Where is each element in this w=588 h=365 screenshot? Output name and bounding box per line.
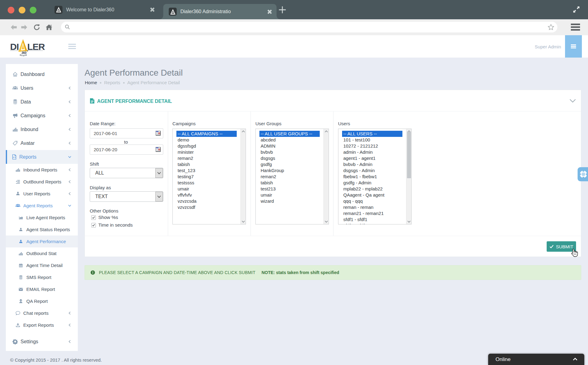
home-button[interactable] bbox=[45, 24, 53, 31]
checkbox-checked[interactable] bbox=[91, 223, 96, 228]
listbox-option[interactable]: dsgsgs bbox=[259, 155, 320, 161]
listbox-scrollbar[interactable] bbox=[406, 129, 411, 224]
sidebar-item-campaigns[interactable]: Campaigns bbox=[6, 109, 78, 122]
listbox-option[interactable]: reman2 bbox=[176, 155, 237, 161]
sidebar-item-dashboard[interactable]: Dashboard bbox=[6, 67, 78, 81]
date-to-input[interactable]: 2017-06-20 bbox=[90, 145, 163, 155]
listbox-option[interactable]: reman21 - reman21 bbox=[342, 210, 402, 216]
dialer360-logo[interactable]: DI LER 360 bbox=[10, 39, 47, 58]
listbox-option[interactable]: tabish bbox=[259, 180, 320, 186]
display-as-select[interactable]: TEXT bbox=[90, 191, 163, 202]
collapse-chevron-icon[interactable] bbox=[569, 99, 576, 103]
traffic-close-button[interactable] bbox=[8, 7, 14, 13]
url-bar[interactable] bbox=[61, 22, 557, 32]
listbox-option[interactable]: bvbvb bbox=[259, 149, 320, 155]
listbox-option[interactable]: demo bbox=[176, 137, 237, 143]
sidebar-item-outbound-stat[interactable]: OutBound Stat bbox=[6, 247, 78, 259]
scrollbar-thumb[interactable] bbox=[407, 131, 411, 178]
sidebar-item-inbound[interactable]: Inbound bbox=[6, 122, 78, 136]
sidebar-item-settings[interactable]: Settings bbox=[6, 335, 78, 348]
listbox-option[interactable]: vzvzcsdf bbox=[176, 204, 237, 210]
listbox-option[interactable]: vffvfvfv bbox=[176, 192, 237, 198]
bookmark-star-icon[interactable] bbox=[547, 24, 555, 31]
listbox-option[interactable]: minister bbox=[176, 149, 237, 155]
listbox-option[interactable]: gsdfg bbox=[259, 161, 320, 167]
listbox-option[interactable]: dsgsgs - Admin bbox=[342, 167, 402, 174]
listbox-option[interactable]: ADMIN bbox=[259, 143, 320, 149]
listbox-scrollbar[interactable] bbox=[323, 129, 329, 224]
user-name[interactable]: Super Admin bbox=[535, 44, 561, 49]
listbox-option[interactable]: umair bbox=[259, 192, 320, 198]
listbox-option[interactable]: testssss bbox=[176, 180, 237, 186]
forward-button[interactable] bbox=[21, 24, 28, 31]
listbox-option[interactable]: abcded bbox=[259, 137, 320, 143]
listbox-option[interactable]: sfdf2 - sfdf2 bbox=[342, 223, 402, 224]
listbox-option[interactable]: -- ALL CAMPAIGNS -- bbox=[176, 131, 237, 137]
listbox-option[interactable]: gsdfg - Admin bbox=[342, 180, 402, 186]
listbox-option[interactable]: tabish bbox=[176, 161, 237, 167]
header-menu-button[interactable] bbox=[565, 35, 582, 58]
breadcrumb-home[interactable]: Home bbox=[85, 80, 97, 85]
sidebar-item-agent-reports[interactable]: Agent Reports bbox=[6, 200, 78, 212]
window-expand-icon[interactable] bbox=[572, 5, 581, 14]
traffic-minimize-button[interactable] bbox=[19, 7, 25, 13]
sidebar-item-inbound-reports[interactable]: Inbound Reports bbox=[6, 164, 78, 176]
listbox-option[interactable]: HankGroup bbox=[259, 167, 320, 174]
listbox-option[interactable]: umair bbox=[176, 186, 237, 192]
back-button[interactable] bbox=[10, 24, 17, 31]
sidebar-item-agent-time-detail[interactable]: Agent Time Detail bbox=[6, 259, 78, 271]
sidebar-item-sms-report[interactable]: SMS Report bbox=[6, 271, 78, 283]
new-tab-button[interactable] bbox=[278, 6, 287, 14]
sidebar-toggle-button[interactable] bbox=[68, 44, 76, 49]
listbox-option[interactable]: wizard bbox=[259, 198, 320, 204]
sidebar-item-live-agent-reports[interactable]: Live Agent Reports bbox=[6, 212, 78, 224]
sidebar-item-email-report[interactable]: EMAIL Report bbox=[6, 283, 78, 295]
sidebar-item-agent-performance[interactable]: Agent Performance bbox=[6, 235, 78, 247]
listbox-option[interactable]: mplab22 - mplab22 bbox=[342, 186, 402, 192]
listbox-option[interactable]: dgssfsgd bbox=[176, 143, 237, 149]
chat-widget[interactable]: Online bbox=[488, 354, 584, 365]
time-in-seconds-checkbox-row[interactable]: Time in seconds bbox=[91, 222, 133, 228]
sidebar-item-chat-reports[interactable]: Chat reports bbox=[6, 307, 78, 319]
listbox-option[interactable]: bvbvb - Admin bbox=[342, 161, 402, 167]
tab-close-icon[interactable] bbox=[150, 7, 155, 12]
listbox-option[interactable]: admin - Admin bbox=[342, 149, 402, 155]
listbox-option[interactable]: vzvzcsda bbox=[176, 198, 237, 204]
listbox-scrollbar[interactable] bbox=[240, 129, 246, 224]
users-listbox[interactable]: -- ALL USERS --101 - test10010272 - 2121… bbox=[338, 129, 412, 224]
traffic-zoom-button[interactable] bbox=[30, 7, 36, 13]
sidebar-item-user-reports[interactable]: User Reports bbox=[6, 188, 78, 200]
sidebar-item-export-reports[interactable]: Export Reports bbox=[6, 319, 78, 331]
listbox-option[interactable]: test_123 bbox=[176, 167, 237, 174]
listbox-option[interactable]: fbebw1 - fbebw1 bbox=[342, 174, 402, 180]
sidebar-item-avatar[interactable]: Avatar bbox=[6, 136, 78, 150]
listbox-option[interactable]: test213 bbox=[259, 186, 320, 192]
tab-close-icon[interactable] bbox=[267, 9, 272, 14]
listbox-option[interactable]: 10272 - 2121212 bbox=[342, 143, 402, 149]
listbox-option[interactable]: sfdf1 - sfdf1 bbox=[342, 216, 402, 223]
listbox-option[interactable]: QAagent - Qa agent bbox=[342, 192, 402, 198]
listbox-option[interactable]: agent1 - agent1 bbox=[342, 155, 402, 161]
sidebar-item-users[interactable]: Users bbox=[6, 81, 78, 95]
listbox-option[interactable]: -- ALL USERS -- bbox=[342, 131, 402, 137]
listbox-option[interactable]: qqq - qqq bbox=[342, 198, 402, 204]
chevron-up-icon[interactable] bbox=[573, 357, 578, 361]
browser-tab-welcome[interactable]: Welcome to Dialer360 bbox=[49, 0, 159, 19]
browser-tab-admin[interactable]: Dialer360 Administratio bbox=[163, 4, 277, 19]
help-tab[interactable] bbox=[578, 167, 588, 181]
sidebar-item-reports[interactable]: Reports bbox=[6, 150, 78, 164]
calendar-picker-icon[interactable] bbox=[156, 131, 161, 136]
checkbox-checked[interactable] bbox=[91, 215, 96, 220]
campaigns-listbox[interactable]: -- ALL CAMPAIGNS --demodgssfsgdministerr… bbox=[172, 129, 246, 224]
date-from-input[interactable]: 2017-06-01 bbox=[90, 128, 163, 138]
calendar-picker-icon[interactable] bbox=[156, 147, 161, 152]
shift-select[interactable]: ALL bbox=[90, 168, 163, 178]
sidebar-item-outbound-reports[interactable]: OutBound Reports bbox=[6, 176, 78, 188]
browser-menu-button[interactable] bbox=[571, 23, 580, 31]
sidebar-item-agent-status-reports[interactable]: Agent Status Reports bbox=[6, 224, 78, 235]
show-percent-checkbox-row[interactable]: Show %s bbox=[91, 215, 118, 220]
listbox-option[interactable]: reman - reman bbox=[342, 204, 402, 210]
listbox-option[interactable]: 101 - test100 bbox=[342, 137, 402, 143]
listbox-option[interactable]: testing7 bbox=[176, 174, 237, 180]
listbox-option[interactable]: reman2 bbox=[259, 174, 320, 180]
